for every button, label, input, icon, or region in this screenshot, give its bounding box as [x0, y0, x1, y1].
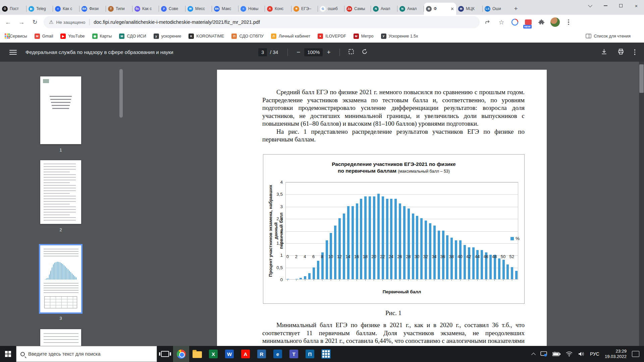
- bookmark-11[interactable]: ММетро: [354, 34, 374, 39]
- minimize-button[interactable]: [598, 0, 613, 11]
- bookmark-star-icon[interactable]: ☆: [496, 17, 506, 27]
- close-window-button[interactable]: ×: [629, 0, 644, 11]
- browser-tab-5[interactable]: ТТипи: [106, 3, 132, 15]
- download-icon[interactable]: [601, 48, 607, 56]
- extensions-puzzle-icon[interactable]: [537, 17, 547, 27]
- zoom-in-button[interactable]: +: [327, 49, 330, 56]
- bookmark-4[interactable]: ◉Карты: [92, 34, 112, 39]
- wifi-icon[interactable]: [566, 351, 573, 357]
- url-omnibox[interactable]: ⚠ Не защищено doc.fipi.ru/ege/analitiche…: [44, 16, 480, 28]
- display-cast-icon[interactable]: [540, 351, 547, 357]
- bookmark-9[interactable]: ЛЛичный кабинет: [271, 34, 310, 39]
- taskbar-task-view-icon[interactable]: [157, 346, 173, 362]
- browser-tab-16[interactable]: NАнал: [397, 3, 424, 15]
- start-button[interactable]: [0, 346, 16, 362]
- browser-tab-18[interactable]: ММЦК: [456, 3, 483, 15]
- main-scrollbar-track[interactable]: [639, 62, 644, 346]
- pdf-more-icon[interactable]: [634, 49, 636, 55]
- thumbnail-scrollbar[interactable]: [119, 69, 123, 118]
- browser-tab-9[interactable]: ВКМакс: [212, 3, 238, 15]
- back-icon[interactable]: ←: [3, 17, 13, 27]
- browser-tab-13[interactable]: Gошиб: [318, 3, 344, 15]
- tray-expand-icon[interactable]: [531, 353, 536, 357]
- tab-search-chevron-icon[interactable]: [582, 0, 598, 11]
- thumbnail-page-number: 1: [40, 147, 81, 153]
- bookmark-2[interactable]: MGmail: [35, 34, 53, 39]
- bookmark-label: ILOVEPDF: [325, 34, 346, 39]
- bookmark-3[interactable]: ▶YouTube: [60, 34, 85, 39]
- chart-bar-x21: [377, 194, 380, 279]
- maximize-button[interactable]: [613, 0, 629, 11]
- forward-icon[interactable]: →: [16, 17, 27, 27]
- browser-tab-7[interactable]: УСове: [159, 3, 185, 15]
- reading-list-button[interactable]: Список для чтения: [586, 29, 631, 43]
- extension-circle-icon[interactable]: [510, 17, 520, 27]
- x-tick-label: 20: [369, 254, 378, 259]
- notification-center-icon[interactable]: [632, 351, 639, 357]
- print-icon[interactable]: [618, 48, 624, 56]
- browser-tab-1[interactable]: ÖПост: [0, 3, 26, 15]
- volume-icon[interactable]: [578, 351, 585, 357]
- thumb-line: [44, 292, 78, 293]
- browser-tab-11[interactable]: АКонс: [265, 3, 291, 15]
- page-thumbnail-3[interactable]: [40, 245, 81, 312]
- pdf-menu-icon[interactable]: [9, 49, 17, 56]
- browser-tab-10[interactable]: ≡Новы: [238, 3, 265, 15]
- chart-bar-x2: [296, 279, 298, 279]
- taskbar-teams-icon[interactable]: T: [286, 346, 302, 362]
- x-tick-mark: [339, 280, 340, 281]
- fit-page-icon[interactable]: [348, 48, 355, 56]
- share-icon[interactable]: [483, 17, 493, 27]
- new-tab-button[interactable]: +: [511, 4, 521, 13]
- zoom-out-button[interactable]: −: [297, 49, 300, 56]
- taskbar-word-icon[interactable]: W: [221, 346, 237, 362]
- x-tick-mark: [322, 280, 322, 281]
- bookmark-12[interactable]: УУскорение 1.5х: [381, 34, 418, 39]
- bookmark-5[interactable]: МСДО ИСИ: [119, 34, 146, 39]
- language-indicator[interactable]: РУС: [590, 351, 599, 357]
- extension-new-icon[interactable]: NEW: [523, 17, 533, 27]
- browser-tab-6[interactable]: бсКак с: [132, 3, 159, 15]
- chart-bar-x20: [373, 196, 375, 279]
- taskbar-edge-icon[interactable]: e: [270, 346, 286, 362]
- taskbar-explorer-icon[interactable]: [189, 346, 205, 362]
- page-thumbnail-1[interactable]: [40, 76, 81, 144]
- tab-label: Как с: [142, 6, 157, 11]
- browser-tab-8[interactable]: ✉Месс: [185, 3, 212, 15]
- page-thumbnail-4[interactable]: [40, 329, 81, 346]
- bookmark-6[interactable]: уускорение: [154, 34, 181, 39]
- tab-close-icon[interactable]: ✕: [450, 6, 454, 11]
- taskbar-app-tile-icon[interactable]: П: [302, 346, 318, 362]
- browser-tab-14[interactable]: ZaСамы: [344, 3, 371, 15]
- rotate-icon[interactable]: [361, 48, 368, 56]
- browser-tab-4[interactable]: ВКФизи: [79, 3, 106, 15]
- chrome-menu-icon[interactable]: [564, 17, 574, 27]
- browser-tab-3[interactable]: ≡Как с: [53, 3, 79, 15]
- main-scrollbar-thumb[interactable]: [639, 64, 644, 93]
- avatar[interactable]: [550, 17, 560, 27]
- taskbar-excel-icon[interactable]: X: [205, 346, 221, 362]
- browser-tab-12[interactable]: ☀ЕГЭ–: [291, 3, 318, 15]
- bookmark-10[interactable]: ♥ILOVEPDF: [318, 34, 346, 39]
- taskbar-acrobat-icon[interactable]: A: [237, 346, 254, 362]
- clock[interactable]: 23:29 19.03.2022: [605, 349, 627, 359]
- chart-bar-x31: [420, 218, 423, 279]
- browser-tab-17[interactable]: ⊕Ф✕: [424, 3, 456, 15]
- taskbar-chrome-icon[interactable]: [173, 346, 189, 362]
- bookmark-8[interactable]: ПСДО СПбПУ: [231, 34, 264, 39]
- reload-icon[interactable]: ↻: [30, 17, 40, 27]
- bookmark-7[interactable]: KKORONATIME: [189, 34, 224, 39]
- browser-tab-15[interactable]: NАнал: [371, 3, 397, 15]
- bookmark-1[interactable]: Сервисы: [5, 34, 27, 39]
- taskbar-apps-grid-icon[interactable]: [318, 346, 334, 362]
- taskbar-search-input[interactable]: Введите здесь текст для поиска: [16, 346, 157, 362]
- battery-icon[interactable]: [552, 352, 560, 356]
- page-thumbnail-2[interactable]: [40, 160, 81, 224]
- page-number-input[interactable]: 3: [258, 48, 267, 56]
- bookmark-favicon: ♥: [318, 34, 323, 39]
- browser-tab-2[interactable]: ▶Teleg: [26, 3, 53, 15]
- bookmark-favicon: У: [381, 34, 386, 39]
- chart-bar-x33: [429, 223, 431, 279]
- browser-tab-19[interactable]: LSОши: [483, 3, 509, 15]
- taskbar-r-app-icon[interactable]: R: [254, 346, 270, 362]
